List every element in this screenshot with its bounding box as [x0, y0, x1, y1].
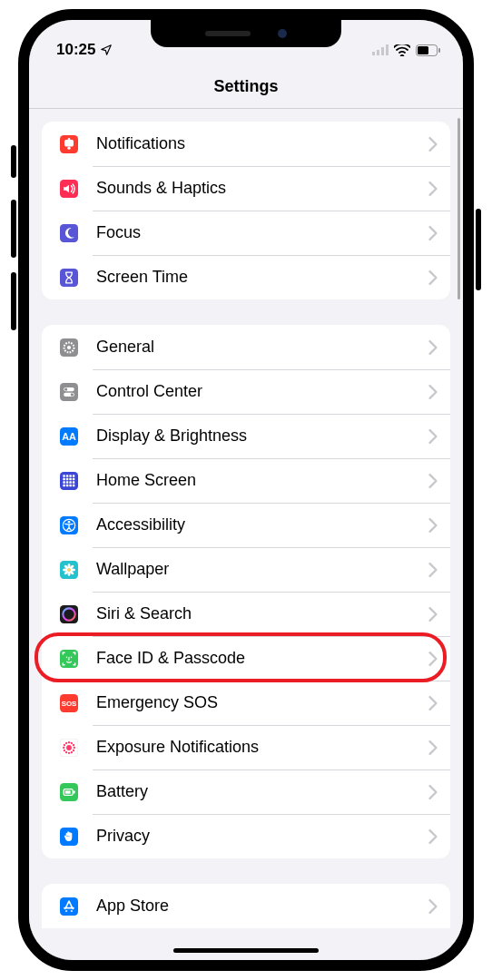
svg-rect-80	[60, 897, 78, 916]
svg-rect-37	[63, 484, 65, 486]
row-sounds-haptics[interactable]: Sounds & Haptics	[42, 166, 450, 211]
chevron-right-icon	[428, 696, 438, 710]
scroll-indicator[interactable]	[458, 118, 460, 299]
row-label: Battery	[96, 782, 428, 801]
faceid-icon	[54, 644, 84, 673]
svg-rect-78	[65, 790, 71, 793]
svg-point-62	[68, 741, 70, 743]
chevron-right-icon	[428, 899, 438, 914]
row-face-id-passcode[interactable]: Face ID & Passcode	[42, 636, 450, 681]
row-emergency-sos[interactable]: SOS Emergency SOS	[42, 681, 450, 725]
hand-icon	[54, 822, 84, 851]
status-time: 10:25	[56, 41, 95, 59]
row-notifications[interactable]: Notifications	[42, 122, 450, 166]
svg-rect-9	[68, 137, 71, 140]
svg-point-71	[63, 746, 64, 748]
chevron-right-icon	[428, 607, 438, 622]
accessibility-icon	[54, 511, 84, 540]
svg-point-10	[67, 146, 70, 149]
svg-rect-31	[69, 477, 72, 480]
chevron-right-icon	[428, 340, 438, 355]
svg-rect-6	[438, 48, 440, 53]
chevron-right-icon	[428, 518, 438, 533]
siri-icon	[54, 600, 84, 629]
bell-icon	[54, 130, 84, 159]
svg-point-16	[67, 345, 71, 348]
row-display-brightness[interactable]: AA Display & Brightness	[42, 414, 450, 458]
row-label: Wallpaper	[96, 560, 428, 579]
svg-rect-8	[64, 140, 74, 147]
svg-rect-24	[60, 472, 78, 490]
chevron-right-icon	[428, 270, 438, 285]
row-label: Exposure Notifications	[96, 738, 428, 757]
row-exposure-notifications[interactable]: Exposure Notifications	[42, 725, 450, 769]
row-label: Display & Brightness	[96, 426, 428, 446]
svg-text:SOS: SOS	[62, 700, 77, 708]
svg-rect-17	[60, 383, 78, 401]
navbar: Settings	[29, 65, 463, 109]
svg-rect-38	[66, 484, 69, 486]
row-general[interactable]: General	[42, 325, 450, 369]
chevron-right-icon	[428, 474, 438, 488]
wifi-icon	[394, 44, 410, 56]
svg-point-58	[71, 656, 73, 658]
row-label: Accessibility	[96, 515, 428, 534]
speaker-icon	[54, 174, 84, 203]
row-home-screen[interactable]: Home Screen	[42, 458, 450, 503]
row-privacy[interactable]: Privacy	[42, 814, 450, 858]
row-wallpaper[interactable]: Wallpaper	[42, 547, 450, 592]
row-label: Sounds & Haptics	[96, 179, 428, 198]
svg-point-19	[64, 387, 67, 390]
chevron-right-icon	[428, 181, 438, 196]
switches-icon	[54, 377, 84, 407]
chevron-right-icon	[428, 652, 438, 666]
svg-rect-25	[63, 475, 65, 477]
svg-rect-33	[63, 481, 65, 484]
settings-content[interactable]: Notifications Sounds & Haptics Focus Scr…	[29, 109, 463, 960]
row-label: General	[96, 338, 428, 357]
row-battery[interactable]: Battery	[42, 769, 450, 814]
exposure-icon	[54, 733, 84, 762]
svg-rect-35	[69, 481, 72, 484]
svg-point-43	[68, 520, 71, 523]
battery-icon	[416, 44, 441, 56]
home-indicator[interactable]	[173, 948, 319, 953]
row-label: Privacy	[96, 827, 428, 846]
svg-rect-5	[418, 46, 428, 54]
svg-text:AA: AA	[62, 431, 76, 442]
row-accessibility[interactable]: Accessibility	[42, 503, 450, 547]
row-label: Siri & Search	[96, 604, 428, 623]
svg-rect-77	[74, 790, 75, 793]
svg-rect-0	[372, 52, 375, 55]
svg-rect-39	[69, 484, 72, 486]
chevron-right-icon	[428, 829, 438, 844]
row-focus[interactable]: Focus	[42, 211, 450, 255]
row-siri-search[interactable]: Siri & Search	[42, 592, 450, 636]
battery-icon	[54, 778, 84, 807]
row-label: Screen Time	[96, 268, 428, 287]
svg-rect-29	[63, 477, 65, 480]
row-screen-time[interactable]: Screen Time	[42, 255, 450, 299]
chevron-right-icon	[428, 740, 438, 755]
svg-point-65	[74, 746, 75, 748]
page-title: Settings	[213, 77, 278, 96]
row-label: App Store	[96, 897, 428, 916]
svg-rect-12	[60, 224, 78, 242]
svg-point-57	[66, 656, 68, 658]
row-label: Notifications	[96, 134, 428, 153]
chevron-right-icon	[428, 385, 438, 399]
svg-rect-34	[66, 481, 69, 484]
row-label: Control Center	[96, 382, 428, 401]
row-control-center[interactable]: Control Center	[42, 369, 450, 414]
row-label: Face ID & Passcode	[96, 649, 428, 668]
svg-rect-32	[73, 477, 75, 480]
chevron-right-icon	[428, 429, 438, 444]
aa-icon: AA	[54, 422, 84, 451]
svg-rect-1	[377, 50, 379, 55]
svg-rect-40	[73, 484, 75, 486]
row-app-store[interactable]: App Store	[42, 884, 450, 928]
svg-rect-2	[381, 47, 384, 55]
row-label: Focus	[96, 223, 428, 242]
svg-rect-3	[386, 44, 389, 55]
appstore-icon	[54, 892, 84, 921]
